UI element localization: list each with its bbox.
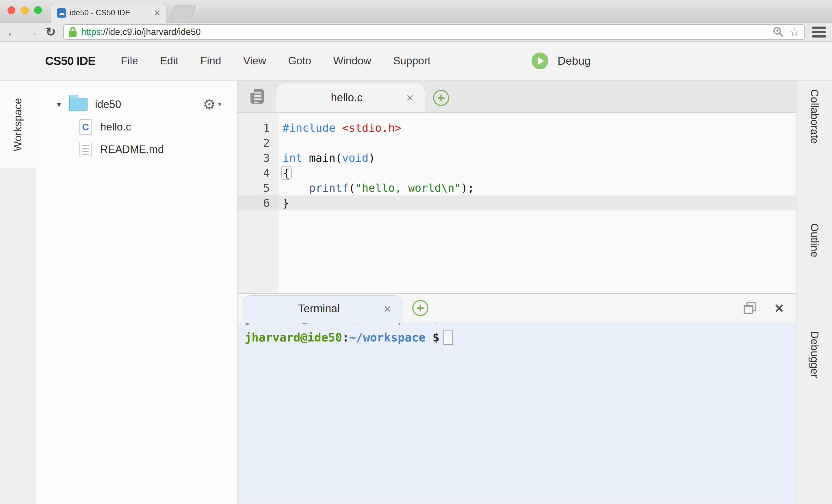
- debug-button[interactable]: Debug: [531, 41, 591, 80]
- rail-tab-debugger[interactable]: Debugger: [808, 331, 821, 378]
- folder-name: ide50: [95, 99, 121, 111]
- code-line: printf("hello, world\n");: [279, 180, 796, 195]
- file-name: README.md: [100, 143, 164, 156]
- close-panel-icon[interactable]: ×: [775, 301, 783, 315]
- editor-tab-close-icon[interactable]: ×: [406, 91, 414, 104]
- terminal-prompt: jharvard@ide50:~/workspace $: [245, 330, 796, 345]
- browser-tab-close-icon[interactable]: ×: [154, 8, 160, 18]
- gear-icon[interactable]: ⚙: [203, 97, 216, 112]
- md-file-icon: [79, 142, 92, 157]
- tree-file-row-readme[interactable]: README.md: [36, 138, 237, 161]
- disclosure-triangle-icon[interactable]: ▼: [55, 100, 63, 109]
- code-line: {: [279, 165, 796, 180]
- lock-icon: [69, 27, 77, 37]
- forward-icon[interactable]: →: [26, 26, 38, 38]
- window-close-button[interactable]: [7, 6, 15, 14]
- terminal-tabbar: Terminal × + ×: [238, 293, 796, 322]
- gear-caret-icon[interactable]: ▾: [218, 101, 221, 108]
- browser-tab-title: ide50 - CS50 IDE: [70, 8, 151, 17]
- url-text: ://ide.c9.io/jharvard/ide50: [101, 27, 201, 37]
- terminal-panel[interactable]: jharvard@ide50:~/workspace $ jharvard@id…: [238, 322, 796, 504]
- menu-items: File Edit Find View Goto Window Support: [121, 55, 431, 67]
- terminal-tab-close-icon[interactable]: ×: [384, 303, 391, 315]
- left-rail: Workspace: [0, 81, 36, 504]
- window-minimize-button[interactable]: [21, 6, 29, 14]
- code-line: }: [279, 195, 796, 211]
- workspace-rail-tab[interactable]: Workspace: [0, 81, 36, 169]
- workspace-rail-label: Workspace: [12, 98, 24, 151]
- browser-menu-icon[interactable]: [812, 27, 826, 37]
- rail-tab-outline[interactable]: Outline: [808, 223, 821, 257]
- address-bar[interactable]: https://ide.c9.io/jharvard/ide50 ☆: [63, 24, 805, 40]
- gutter: 123456: [238, 113, 279, 293]
- menu-view[interactable]: View: [243, 55, 266, 67]
- browser-titlebar: ☁ ide50 - CS50 IDE ×: [0, 0, 832, 23]
- terminal-scrollback-remnant: jharvard@ide50:~/workspace $: [245, 323, 796, 328]
- play-icon: [531, 53, 548, 69]
- file-name: hello.c: [100, 121, 131, 133]
- file-tree-panel: ▼ ide50 ⚙ ▾ C hello.c README.md: [36, 81, 238, 504]
- new-tab-button[interactable]: [170, 5, 196, 19]
- terminal-ghost-text: jharvard@ide50:~/workspace $: [245, 323, 439, 325]
- tab-list-icon[interactable]: [251, 89, 264, 104]
- url-scheme: https: [81, 27, 101, 37]
- c-file-icon: C: [79, 119, 92, 135]
- browser-toolbar: ← → ↻ https://ide.c9.io/jharvard/ide50 ☆: [0, 23, 832, 41]
- editor-tabbar: hello.c × +: [238, 81, 796, 113]
- menu-goto[interactable]: Goto: [288, 55, 311, 67]
- editor-tab-hello-c[interactable]: hello.c ×: [276, 83, 425, 112]
- terminal-tab-label: Terminal: [254, 303, 384, 315]
- debug-label: Debug: [557, 55, 591, 67]
- terminal-tab[interactable]: Terminal ×: [243, 295, 402, 322]
- browser-tab[interactable]: ☁ ide50 - CS50 IDE ×: [51, 3, 166, 23]
- maximize-panel-icon[interactable]: [744, 302, 756, 314]
- menu-support[interactable]: Support: [393, 55, 431, 67]
- terminal-cursor: [443, 330, 453, 345]
- editor-tab-label: hello.c: [287, 91, 406, 104]
- folder-icon: [69, 98, 87, 111]
- back-icon[interactable]: ←: [6, 26, 19, 38]
- menu-window[interactable]: Window: [333, 55, 371, 67]
- new-terminal-tab-icon[interactable]: +: [412, 300, 428, 316]
- menu-edit[interactable]: Edit: [160, 55, 179, 67]
- code-line: [279, 135, 796, 150]
- tree-file-row-hello[interactable]: C hello.c: [36, 116, 237, 138]
- code-line: #include <stdio.h>: [279, 120, 796, 135]
- right-rail: Collaborate Outline Debugger: [796, 81, 832, 504]
- bookmark-star-icon[interactable]: ☆: [789, 26, 800, 38]
- menu-file[interactable]: File: [121, 55, 138, 67]
- rail-tab-collaborate[interactable]: Collaborate: [808, 89, 821, 144]
- new-editor-tab-icon[interactable]: +: [433, 90, 449, 106]
- zoom-icon[interactable]: [773, 26, 784, 38]
- reload-icon[interactable]: ↻: [46, 26, 56, 38]
- ide-menubar: CS50 IDE File Edit Find View Goto Window…: [0, 41, 832, 81]
- cloud9-favicon-icon: ☁: [57, 8, 66, 18]
- window-controls: [7, 6, 42, 14]
- tree-folder-row[interactable]: ▼ ide50 ⚙ ▾: [36, 93, 237, 116]
- menu-find[interactable]: Find: [201, 55, 221, 67]
- code-editor[interactable]: 123456 #include <stdio.h>int main(void){…: [238, 113, 796, 293]
- window-zoom-button[interactable]: [34, 6, 42, 14]
- code-line: int main(void): [279, 150, 796, 165]
- brand-title: CS50 IDE: [45, 54, 95, 68]
- code-lines[interactable]: #include <stdio.h>int main(void){ printf…: [279, 113, 796, 293]
